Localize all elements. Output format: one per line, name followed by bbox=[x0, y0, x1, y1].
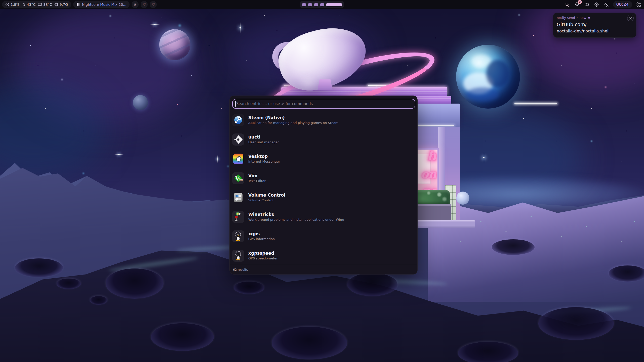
app-title: xgps bbox=[248, 232, 275, 236]
memory-value: 9.7G bbox=[60, 3, 68, 7]
app-icon bbox=[232, 211, 244, 223]
temp-value: 43°C bbox=[27, 3, 36, 7]
heart-icon: ♡ bbox=[152, 3, 155, 7]
app-launcher: Steam (Native) Application for managing … bbox=[229, 96, 418, 275]
apps-grid-icon[interactable] bbox=[635, 1, 642, 8]
media-player-pill[interactable]: Nightcore Music Mix 20... bbox=[73, 1, 130, 8]
app-title: uuctl bbox=[248, 135, 279, 140]
notification-badge: 2 bbox=[578, 0, 582, 4]
memory-stat: 9.7G bbox=[54, 3, 68, 7]
workspace-dot[interactable] bbox=[320, 3, 324, 6]
app-icon bbox=[232, 192, 244, 204]
bright-star bbox=[118, 154, 119, 155]
svg-text:im: im bbox=[238, 178, 243, 182]
bright-star bbox=[217, 159, 218, 160]
notification-card[interactable]: notify-send · now GitHub.com/ noctalia-d… bbox=[553, 13, 636, 38]
skull-button[interactable]: ☠ bbox=[132, 1, 139, 8]
launcher-item[interactable]: xgpsspeed GPS speedometer bbox=[230, 246, 417, 265]
app-title: Vim bbox=[248, 173, 266, 178]
display-icon bbox=[38, 3, 42, 7]
favorite-button[interactable]: ♡ bbox=[141, 1, 148, 8]
brightness-icon[interactable] bbox=[593, 1, 600, 8]
pause-icon[interactable] bbox=[76, 3, 80, 7]
cpu-stat: 1.8% bbox=[5, 3, 20, 7]
building-base bbox=[412, 220, 475, 228]
workspace-active[interactable] bbox=[326, 3, 342, 6]
neon-sign-text: h bbox=[427, 148, 436, 163]
app-icon bbox=[232, 250, 244, 262]
app-text: Winetricks Work around problems and inst… bbox=[248, 212, 344, 221]
notification-separator: · bbox=[577, 16, 578, 20]
temp-stat: 43°C bbox=[22, 3, 36, 7]
launcher-item[interactable]: Steam (Native) Application for managing … bbox=[230, 110, 417, 130]
crater bbox=[347, 273, 397, 296]
chip-icon bbox=[54, 3, 58, 7]
cup-pedestal bbox=[317, 79, 333, 90]
launcher-item[interactable]: Volume Control Volume Control bbox=[230, 188, 417, 207]
neon-strip bbox=[514, 103, 557, 104]
launcher-item[interactable]: Vesktop Internet Messenger bbox=[230, 149, 417, 168]
app-subtitle: Text Editor bbox=[248, 179, 266, 183]
crater bbox=[272, 327, 347, 359]
results-count: 62 results bbox=[230, 265, 417, 274]
app-text: uuctl User unit manager bbox=[248, 135, 279, 144]
app-subtitle: User unit manager bbox=[248, 141, 279, 144]
launcher-item[interactable]: xgps GPS information bbox=[230, 227, 417, 246]
notification-title: GitHub.com/ bbox=[557, 22, 633, 27]
desktop: h on ns 1.8% bbox=[0, 0, 644, 362]
crater bbox=[106, 268, 164, 299]
app-subtitle: Volume Control bbox=[248, 199, 285, 202]
cup-steam bbox=[297, 74, 319, 92]
top-bar: 1.8% 43°C 38°C 9.7G Nightcore Music Mix … bbox=[0, 0, 644, 9]
purple-planet bbox=[159, 29, 190, 60]
close-icon bbox=[629, 17, 632, 20]
app-title: xgpsspeed bbox=[248, 251, 278, 256]
crater bbox=[234, 282, 264, 294]
bright-star bbox=[154, 24, 155, 25]
input-source-icon[interactable] bbox=[564, 1, 571, 8]
notification-close-button[interactable] bbox=[627, 15, 634, 21]
app-text: Volume Control Volume Control bbox=[248, 193, 285, 202]
launcher-item[interactable]: Vim Vim Text Editor bbox=[230, 168, 417, 188]
app-title: Winetricks bbox=[248, 212, 344, 217]
bar-left-group: 1.8% 43°C 38°C 9.7G Nightcore Music Mix … bbox=[2, 1, 157, 8]
search-input[interactable] bbox=[232, 99, 415, 109]
flower-bush bbox=[456, 192, 469, 205]
app-subtitle: Internet Messenger bbox=[248, 160, 280, 163]
crater bbox=[458, 342, 518, 362]
app-subtitle: GPS speedometer bbox=[248, 257, 278, 260]
nightlight-off-icon[interactable] bbox=[603, 1, 610, 8]
crater bbox=[609, 265, 644, 282]
workspace-dot[interactable] bbox=[308, 3, 312, 6]
flame-icon bbox=[22, 3, 26, 7]
volume-icon[interactable] bbox=[584, 1, 590, 8]
unread-dot bbox=[588, 17, 590, 19]
notifications-button[interactable]: 2 bbox=[574, 1, 580, 8]
app-text: Vesktop Internet Messenger bbox=[248, 154, 280, 163]
launcher-item[interactable]: Winetricks Work around problems and inst… bbox=[230, 207, 417, 227]
notification-body: noctalia-dev/noctalia.shell bbox=[557, 29, 633, 33]
crater bbox=[57, 279, 81, 289]
notification-time: now bbox=[580, 16, 586, 20]
hedge bbox=[415, 190, 450, 205]
app-text: xgps GPS information bbox=[248, 232, 275, 241]
app-text: xgpsspeed GPS speedometer bbox=[248, 251, 278, 260]
workspace-dot[interactable] bbox=[314, 3, 318, 6]
launcher-item[interactable]: uuctl User unit manager bbox=[230, 130, 417, 149]
clock[interactable]: 00:24 bbox=[613, 1, 632, 8]
favorite-button-2[interactable]: ♡ bbox=[150, 1, 157, 8]
moon-dunes-right bbox=[428, 196, 644, 302]
crater bbox=[151, 323, 214, 351]
app-subtitle: Application for managing and playing gam… bbox=[248, 121, 339, 125]
app-icon bbox=[232, 114, 244, 126]
search-wrap bbox=[232, 99, 415, 109]
workspace-dot[interactable] bbox=[302, 3, 306, 6]
crater bbox=[538, 307, 614, 340]
planter bbox=[414, 204, 451, 221]
gpu-temp-stat: 38°C bbox=[38, 3, 52, 7]
app-icon bbox=[232, 133, 244, 146]
workspace-indicator bbox=[300, 1, 344, 8]
app-text: Steam (Native) Application for managing … bbox=[248, 115, 339, 125]
app-icon bbox=[232, 153, 244, 165]
system-stats-pill[interactable]: 1.8% 43°C 38°C 9.7G bbox=[2, 1, 71, 8]
